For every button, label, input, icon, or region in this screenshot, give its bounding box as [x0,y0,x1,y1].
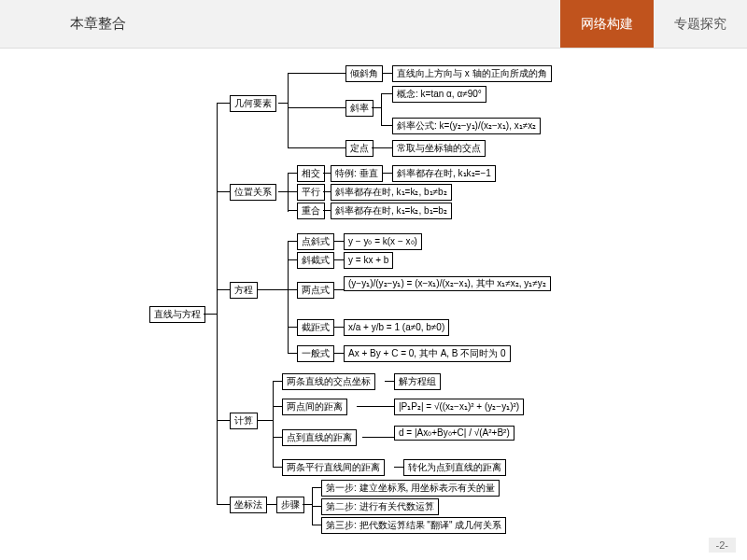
node-fixed-def: 常取与坐标轴的交点 [392,140,486,157]
connector [357,406,394,407]
connector [288,289,297,290]
connector [288,327,297,328]
connector [273,467,282,468]
connector [288,210,297,211]
node-step1: 第一步: 建立坐标系, 用坐标表示有关的量 [321,480,500,497]
connector [288,147,345,148]
node-steps: 步骤 [276,497,304,513]
node-geometry: 几何要素 [230,95,276,112]
connector [217,289,230,290]
node-point-line-dist: 点到直线的距离 [282,429,357,446]
connector [312,525,321,525]
node-coincide-cond: 斜率都存在时, k₁=k₂, b₁=b₂ [331,203,452,219]
connector [278,191,288,192]
node-point-slope: 点斜式 [297,233,334,250]
connector [217,103,218,504]
connector [288,241,289,353]
connector [288,107,345,108]
node-incline-def: 直线向上方向与 x 轴的正向所成的角 [392,65,552,82]
connector [372,107,381,108]
spacer [196,0,560,48]
connector [385,381,394,382]
node-two-point-dist: 两点间的距离 [282,399,347,415]
node-two-point: 两点式 [297,282,334,299]
node-slope-intercept: 斜截式 [297,252,334,269]
connector [288,73,289,147]
node-slope-intercept-eq: y = kx + b [344,252,393,269]
connector [288,173,297,174]
connector [312,506,321,507]
node-incline: 倾斜角 [345,65,383,82]
node-solve-system: 解方程组 [394,373,441,390]
connector [312,487,321,488]
connector [217,420,230,421]
node-perp-cond: 斜率都存在时, k₁k₂=−1 [392,165,496,182]
node-fixed-point: 定点 [345,140,374,157]
node-slope-concept: 概念: k=tan α, α≠90° [392,86,486,103]
connector [217,103,230,104]
node-two-point-eq: (y−y₁)/(y₂−y₁) = (x−x₁)/(x₂−x₁), 其中 x₁≠x… [344,276,551,291]
connector [288,241,297,242]
node-intercept-eq: x/a + y/b = 1 (a≠0, b≠0) [344,319,449,336]
connector [334,241,344,242]
connector [258,420,273,421]
connector [288,259,297,260]
node-compute: 计算 [230,413,258,429]
connector [323,191,331,192]
connector [273,437,282,438]
connector [383,73,392,74]
connector [288,173,289,212]
connector [334,289,344,290]
connector [394,467,403,468]
root-node: 直线与方程 [149,306,205,323]
node-parallel: 平行 [297,184,325,201]
connector [278,103,288,104]
node-parallel-dist: 两条平行直线间的距离 [282,459,385,476]
connector [217,504,230,505]
page-title: 本章整合 [0,0,196,48]
connector [323,173,331,174]
node-coincide: 重合 [297,203,325,219]
connector [273,381,282,382]
connector [288,353,297,354]
node-pl-dist-formula: d = |Ax₀+By₀+C| / √(A²+B²) [394,426,514,441]
node-intersection-pt: 两条直线的交点坐标 [282,373,375,390]
connector [334,259,344,260]
connector [381,125,392,126]
node-perpendicular: 特例: 垂直 [331,165,383,182]
connector [323,210,331,211]
node-general-form: 一般式 [297,345,334,362]
connector [334,353,344,354]
connector [334,327,344,328]
connector [273,381,274,467]
node-slope: 斜率 [345,100,374,117]
connector [267,504,276,505]
header-bar: 本章整合 网络构建 专题探究 [0,0,747,49]
node-step2: 第二步: 进行有关代数运算 [321,498,439,515]
connector [217,191,230,192]
connector [288,73,345,74]
connector [362,437,394,438]
node-parallel-dist-method: 转化为点到直线的距离 [403,459,506,476]
node-slope-formula: 斜率公式: k=(y₂−y₁)/(x₂−x₁), x₁≠x₂ [392,118,541,134]
connector [204,314,217,315]
concept-diagram: 直线与方程 几何要素 倾斜角 直线向上方向与 x 轴的正向所成的角 斜率 概念:… [149,56,710,541]
connector [258,289,288,290]
node-dist-formula: |P₁P₂| = √((x₂−x₁)² + (y₂−y₁)²) [394,399,524,415]
connector [383,173,392,174]
connector [288,191,297,192]
connector [381,93,382,126]
tab-topic[interactable]: 专题探究 [654,0,747,48]
node-point-slope-eq: y − y₀ = k(x − x₀) [344,233,422,250]
node-general-eq: Ax + By + C = 0, 其中 A, B 不同时为 0 [344,345,511,362]
connector [381,93,392,94]
page-number: -2- [709,538,736,553]
node-position: 位置关系 [230,184,276,201]
connector [273,406,282,407]
node-intersect: 相交 [297,165,325,182]
connector [303,504,312,505]
node-intercept-form: 截距式 [297,319,334,336]
node-step3: 第三步: 把代数运算结果 "翻译" 成几何关系 [321,517,506,534]
tab-network[interactable]: 网络构建 [560,0,654,48]
node-coord-method: 坐标法 [230,497,267,513]
